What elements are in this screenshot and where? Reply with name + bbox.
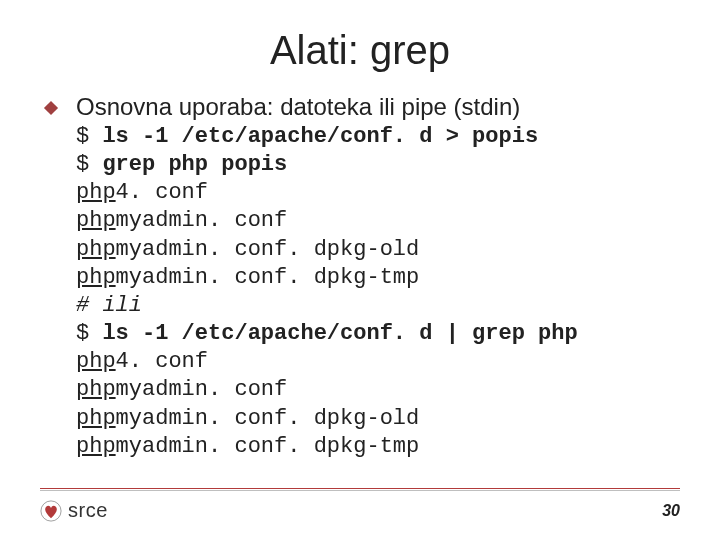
footer: srce 30	[0, 488, 720, 522]
code-line: phpmyadmin. conf. dpkg-tmp	[76, 434, 419, 459]
code-line: $ grep php popis	[76, 152, 287, 177]
code-line: $ ls -1 /etc/apache/conf. d > popis	[76, 124, 538, 149]
code-block: $ ls -1 /etc/apache/conf. d > popis $ gr…	[76, 123, 680, 461]
diamond-bullet-icon	[44, 101, 58, 115]
code-line: phpmyadmin. conf. dpkg-old	[76, 406, 419, 431]
code-line: phpmyadmin. conf	[76, 377, 287, 402]
heart-icon	[40, 500, 62, 522]
slide-title: Alati: grep	[0, 0, 720, 83]
code-line: php4. conf	[76, 180, 208, 205]
code-comment: # ili	[76, 293, 142, 318]
footer-divider	[40, 488, 680, 491]
bullet-item: Osnovna uporaba: datoteka ili pipe (stdi…	[40, 93, 680, 121]
code-line: $ ls -1 /etc/apache/conf. d | grep php	[76, 321, 578, 346]
code-line: phpmyadmin. conf	[76, 208, 287, 233]
code-line: php4. conf	[76, 349, 208, 374]
page-number: 30	[662, 502, 680, 520]
brand-logo: srce	[40, 499, 108, 522]
brand-text: srce	[68, 499, 108, 522]
code-line: phpmyadmin. conf. dpkg-old	[76, 237, 419, 262]
bullet-text: Osnovna uporaba: datoteka ili pipe (stdi…	[76, 93, 520, 121]
code-line: phpmyadmin. conf. dpkg-tmp	[76, 265, 419, 290]
footer-row: srce 30	[40, 499, 680, 522]
slide-content: Osnovna uporaba: datoteka ili pipe (stdi…	[0, 83, 720, 461]
slide: Alati: grep Osnovna uporaba: datoteka il…	[0, 0, 720, 540]
